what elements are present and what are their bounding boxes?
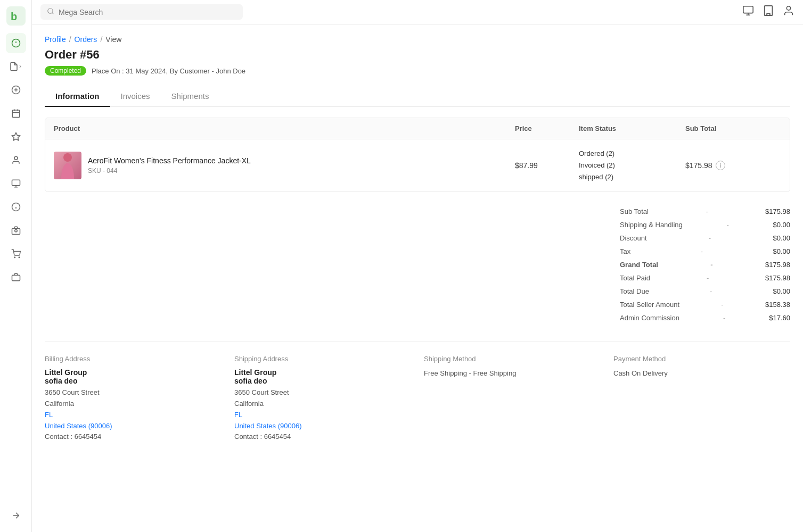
tab-invoices[interactable]: Invoices <box>110 86 161 107</box>
svg-rect-14 <box>12 180 20 186</box>
sidebar-item-delivery1[interactable] <box>6 244 26 264</box>
totals-paid-dash: - <box>707 274 709 282</box>
placed-on-label: Place On : <box>92 67 124 75</box>
billing-contact-value: 6645454 <box>75 433 102 440</box>
svg-rect-34 <box>767 14 770 16</box>
app-logo[interactable]: b <box>6 6 26 26</box>
shipping-title: Shipping Address <box>234 355 411 363</box>
svg-text:b: b <box>11 11 17 22</box>
product-subtotal: $175.98 i <box>685 161 781 170</box>
sidebar-item-finance[interactable] <box>6 80 26 100</box>
store-icon[interactable] <box>742 5 754 19</box>
totals-subtotal-label: Sub Total <box>620 207 649 215</box>
billing-country-link[interactable]: United States (90006) <box>45 422 112 430</box>
sidebar-item-info[interactable] <box>6 197 26 217</box>
page-content: Profile / Orders / View Order #56 Comple… <box>32 24 803 532</box>
svg-rect-24 <box>12 275 20 281</box>
sidebar-item-dashboard[interactable] <box>6 33 26 53</box>
topbar-right <box>742 5 794 19</box>
sidebar-item-calendar[interactable] <box>6 103 26 123</box>
billing-name: sofia deo <box>45 377 222 385</box>
search-box[interactable] <box>40 4 243 20</box>
order-meta: Completed Place On : 31 May 2024, By Cus… <box>45 66 790 76</box>
shipping-company: Littel Group <box>234 368 411 377</box>
payment-method-title: Payment Method <box>613 355 790 363</box>
svg-point-22 <box>14 257 15 258</box>
main-content: Profile / Orders / View Order #56 Comple… <box>32 0 803 532</box>
product-sku: SKU - 044 <box>88 167 251 174</box>
totals-grandtotal: Grand Total - $175.98 <box>620 258 790 271</box>
billing-title: Billing Address <box>45 355 222 363</box>
totals-seller-label: Total Seller Amount <box>620 301 679 309</box>
breadcrumb-profile[interactable]: Profile <box>45 35 66 44</box>
billing-street: 3650 Court Street <box>45 387 222 398</box>
sidebar-item-camera[interactable] <box>6 220 26 240</box>
svg-point-23 <box>19 257 20 258</box>
totals-seller: Total Seller Amount - $158.38 <box>620 298 790 311</box>
totals-subtotal: Sub Total - $175.98 <box>620 205 790 218</box>
totals-commission-value: $17.60 <box>769 314 790 322</box>
status-badge: Completed <box>45 66 86 76</box>
building-icon[interactable] <box>763 5 774 19</box>
totals-shipping: Shipping & Handling - $0.00 <box>620 218 790 231</box>
sidebar-item-star[interactable] <box>6 127 26 147</box>
shipping-state-link[interactable]: FL <box>234 411 242 419</box>
totals-table: Sub Total - $175.98 Shipping & Handling … <box>620 205 790 325</box>
billing-company: Littel Group <box>45 368 222 377</box>
totals-tax-dash: - <box>701 247 703 255</box>
totals-discount-value: $0.00 <box>773 234 790 242</box>
shipping-country-link[interactable]: United States (90006) <box>234 422 301 430</box>
billing-state: FL <box>45 410 222 421</box>
totals-commission-dash: - <box>723 314 725 322</box>
table-header: Product Price Item Status Sub Total <box>45 118 790 139</box>
totals-shipping-value: $0.00 <box>773 221 790 229</box>
totals-tax: Tax - $0.00 <box>620 245 790 258</box>
product-price: $87.99 <box>515 161 579 170</box>
totals-paid-label: Total Paid <box>620 274 650 282</box>
billing-contact: Contact : 6645454 <box>45 431 222 443</box>
totals-paid: Total Paid - $175.98 <box>620 271 790 285</box>
tab-information[interactable]: Information <box>45 86 110 107</box>
breadcrumb: Profile / Orders / View <box>45 35 790 44</box>
user-icon[interactable] <box>783 5 794 19</box>
billing-address-block: Billing Address Littel Group sofia deo 3… <box>45 355 222 443</box>
shipping-contact: Contact : 6645454 <box>234 431 411 443</box>
billing-city: California <box>45 398 222 410</box>
shipping-country: United States (90006) <box>234 421 411 432</box>
shipping-method-block: Shipping Method Free Shipping - Free Shi… <box>424 355 601 443</box>
sidebar-bottom <box>6 505 26 526</box>
col-price: Price <box>515 124 579 132</box>
totals-shipping-dash: - <box>726 221 728 229</box>
search-input[interactable] <box>59 8 236 16</box>
shipping-state: FL <box>234 410 411 421</box>
product-name: AeroFit Women's Fitness Performance Jack… <box>88 156 251 165</box>
totals-tax-value: $0.00 <box>773 247 790 255</box>
svg-point-13 <box>14 156 18 160</box>
sidebar-item-arrow[interactable] <box>6 505 26 526</box>
info-icon[interactable]: i <box>716 161 725 170</box>
sidebar-item-box[interactable] <box>6 173 26 194</box>
totals-grand-value: $175.98 <box>765 261 790 269</box>
svg-line-27 <box>52 13 54 14</box>
svg-rect-28 <box>743 6 753 13</box>
totals-discount: Discount - $0.00 <box>620 231 790 245</box>
page-title: Order #56 <box>45 48 790 62</box>
breadcrumb-sep2: / <box>100 35 102 44</box>
sidebar-item-delivery2[interactable] <box>6 267 26 287</box>
sidebar-item-orders[interactable] <box>6 56 26 77</box>
svg-marker-12 <box>12 133 20 140</box>
totals-shipping-label: Shipping & Handling <box>620 221 683 229</box>
col-subtotal: Sub Total <box>685 124 781 132</box>
breadcrumb-orders[interactable]: Orders <box>75 35 97 44</box>
shipping-city: California <box>234 398 411 410</box>
totals-subtotal-dash: - <box>706 207 708 215</box>
billing-state-link[interactable]: FL <box>45 411 53 419</box>
subtotal-value: $175.98 <box>685 161 712 170</box>
shipping-method-title: Shipping Method <box>424 355 601 363</box>
tab-shipments[interactable]: Shipments <box>161 86 220 107</box>
sidebar-item-users[interactable] <box>6 150 26 170</box>
product-cell: AeroFit Women's Fitness Performance Jack… <box>54 152 515 179</box>
status-ordered: Ordered (2) <box>579 148 685 160</box>
totals-paid-value: $175.98 <box>765 274 790 282</box>
placed-on-date: 31 May 2024, <box>126 67 168 75</box>
